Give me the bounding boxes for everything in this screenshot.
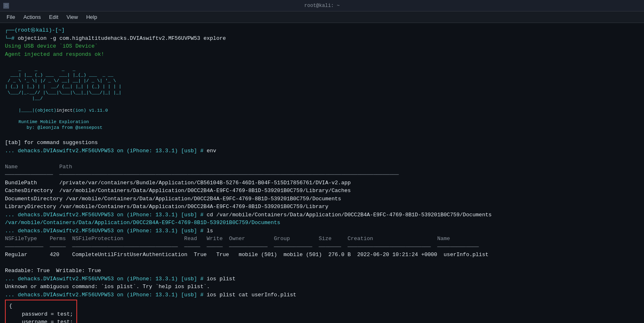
objection-logo: _ _ _ _ ___| |__ (_) ___ ___| |_(_) ___ … — [5, 66, 639, 131]
terminal-line: Using USB device `iOS Device` — [5, 42, 639, 50]
terminal-line — [5, 131, 639, 139]
menu-file[interactable]: File — [3, 13, 18, 21]
terminal-line: └─# objection -g com.highaltitudehacks.D… — [5, 34, 639, 43]
terminal-line: Readable: True Writable: True — [5, 267, 639, 275]
title-bar: □ root@kali: ~ — [0, 0, 644, 11]
terminal-line — [5, 259, 639, 267]
terminal-line: Agent injected and responds ok! — [5, 50, 639, 59]
terminal-line: ... dehacks.DVIAswiftv2.MF56UVPW53 on (i… — [5, 211, 639, 219]
plist-open-brace: { — [9, 302, 73, 310]
plist-username-line: username = test; — [9, 318, 73, 323]
terminal-line: ... dehacks.DVIAswiftv2.MF56UVPW53 on (i… — [5, 275, 639, 283]
plist-output-box: { password = test; username = test; } — [5, 300, 77, 323]
window-icon: □ — [3, 3, 9, 9]
terminal-line: ... dehacks.DVIAswiftv2.MF56UVPW53 on (i… — [5, 147, 639, 155]
table-row: DocumentsDirectory /var/mobile/Container… — [5, 195, 639, 203]
plist-password-line: password = test; — [9, 310, 73, 318]
table-header-row: Name Path — [5, 163, 639, 171]
terminal-line: ... dehacks.DVIAswiftv2.MF56UVPW53 on (i… — [5, 227, 639, 235]
menu-view[interactable]: View — [63, 13, 81, 21]
table-row: BundlePath /private/var/containers/Bundl… — [5, 179, 639, 187]
terminal-line: ... dehacks.DVIAswiftv2.MF56UVPW53 on (i… — [5, 291, 639, 299]
ls-divider: ──────────── ───── ─────────────────────… — [5, 243, 639, 251]
menu-edit[interactable]: Edit — [46, 13, 62, 21]
menu-bar: File Actions Edit View Help — [0, 11, 644, 23]
table-divider: ─────────────── ────────────────────────… — [5, 171, 639, 179]
menu-help[interactable]: Help — [83, 13, 101, 21]
terminal-line: Unknown or ambiguous command: `ios plist… — [5, 283, 639, 291]
terminal-line: ┌──(root㉿kali)-[~] — [5, 26, 639, 34]
terminal-line — [5, 155, 639, 163]
ls-row: Regular 420 CompleteUntilFirstUserAuthen… — [5, 251, 639, 259]
table-row: LibraryDirectory /var/mobile/Containers/… — [5, 203, 639, 211]
window-title: root@kali: ~ — [304, 3, 339, 9]
terminal-line — [5, 58, 639, 66]
terminal-line: [tab] for command suggestions — [5, 139, 639, 147]
table-row: CachesDirectory /var/mobile/Containers/D… — [5, 187, 639, 195]
current-path: /var/mobile/Containers/Data/Application/… — [5, 219, 639, 227]
terminal-body[interactable]: ┌──(root㉿kali)-[~] └─# objection -g com.… — [0, 23, 644, 323]
ls-header: NSFileType Perms NSFileProtection Read W… — [5, 235, 639, 243]
menu-actions[interactable]: Actions — [20, 13, 44, 21]
